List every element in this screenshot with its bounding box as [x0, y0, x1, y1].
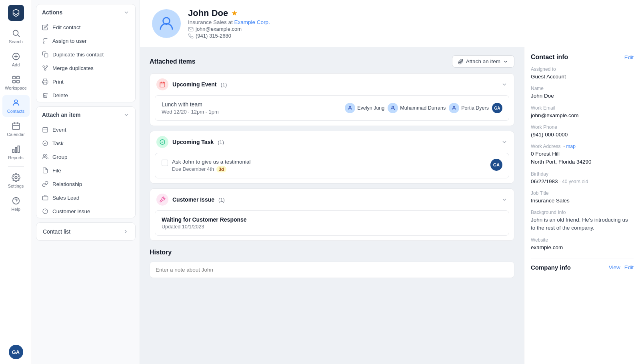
work-address-label: Work Address - map [531, 144, 634, 149]
contact-info-title: Contact info [531, 54, 568, 61]
svg-rect-8 [16, 80, 19, 83]
contact-list-item[interactable]: Contact list [36, 222, 136, 241]
attach-title: Attach an item [42, 112, 80, 118]
sidebar-delete[interactable]: Delete [36, 88, 135, 102]
edit-contact-label: Edit contact [52, 24, 81, 30]
task-group-header[interactable]: Upcoming Task (1) [150, 131, 514, 153]
event-title: Lunch with team [162, 101, 219, 108]
sidebar-merge[interactable]: Merge duplicates [36, 61, 135, 75]
nav-search-label: Search [9, 39, 23, 44]
left-nav: Search Add Workspace Contacts Calendar R… [0, 0, 32, 364]
task-due-row: Due December 4th 3d [172, 166, 251, 172]
birthday-label: Birthday [531, 171, 634, 177]
actions-chevron-icon [123, 9, 130, 16]
background-label: Background Info [531, 210, 634, 215]
svg-rect-15 [15, 147, 17, 152]
customer-issue-label: Customer Issue [52, 208, 90, 214]
user-avatar-nav[interactable]: GA [9, 345, 23, 359]
nav-contacts[interactable]: Contacts [2, 95, 30, 117]
assigned-label: Assigned to [531, 66, 634, 72]
person-icon2 [390, 105, 396, 111]
attach-section-header[interactable]: Attach an item [36, 107, 135, 123]
company-view-link[interactable]: View [609, 264, 620, 270]
sidebar-file[interactable]: File [36, 164, 135, 177]
attach-item-button[interactable]: Attach an item [452, 55, 514, 68]
nav-reports[interactable]: Reports [2, 142, 30, 163]
phone-icon [188, 33, 194, 39]
event-info: Lunch with team Wed 12/20 · 12pm - 1pm [162, 101, 219, 115]
birthday-age: · 40 years old [559, 179, 588, 184]
history-header: History [150, 249, 514, 256]
task-info: Ask John to give us a testimonial Due De… [172, 159, 251, 172]
favorite-star-icon[interactable]: ★ [231, 9, 238, 18]
person-icon [347, 105, 353, 111]
sidebar-sales-lead[interactable]: Sales Lead [36, 191, 135, 204]
map-link[interactable]: map [566, 144, 575, 149]
task-checkbox[interactable] [162, 160, 168, 166]
svg-rect-33 [42, 196, 48, 200]
app-logo [8, 5, 24, 21]
nav-workspace-label: Workspace [5, 86, 27, 90]
company-link[interactable]: Example Corp. [234, 19, 270, 25]
task-icon [42, 140, 48, 146]
edit-icon [42, 24, 48, 30]
nav-calendar[interactable]: Calendar [2, 118, 30, 140]
task-card-content: Ask John to give us a testimonial Due De… [162, 159, 502, 172]
contact-info-edit[interactable]: Edit [624, 54, 634, 60]
svg-point-9 [14, 100, 17, 103]
sidebar-task[interactable]: Task [36, 136, 135, 150]
work-email-label: Work Email [531, 105, 634, 111]
contact-phone-row: (941) 315-2680 [188, 33, 270, 39]
attendee-evelyn: Evelyn Jung [345, 103, 384, 113]
nav-workspace[interactable]: Workspace [2, 72, 30, 94]
svg-line-24 [44, 67, 45, 69]
assign-label: Assign to user [52, 38, 87, 44]
work-email-value: john@example.com [531, 112, 634, 120]
svg-rect-16 [18, 146, 19, 153]
issue-group-header[interactable]: Customer Issue (1) [150, 189, 514, 210]
actions-section-header[interactable]: Actions [36, 4, 135, 20]
sidebar-edit-contact[interactable]: Edit contact [36, 20, 135, 34]
name-field: Name John Doe [531, 86, 634, 100]
svg-point-0 [13, 30, 18, 36]
nav-search[interactable]: Search [2, 26, 30, 47]
contact-name-row: John Doe ★ [188, 8, 270, 18]
sidebar-print[interactable]: Print [36, 75, 135, 88]
company-info-header: Company info View Edit [531, 258, 634, 271]
website-field: Website example.com [531, 237, 634, 252]
body-area: Attached items Attach an item Upcoming E… [140, 47, 640, 364]
event-card: Lunch with team Wed 12/20 · 12pm - 1pm E… [155, 95, 509, 121]
event-group-label: Upcoming Event [172, 81, 216, 88]
svg-point-23 [44, 69, 46, 70]
svg-rect-7 [12, 80, 15, 83]
event-group-header[interactable]: Upcoming Event (1) [150, 74, 514, 95]
sidebar-group[interactable]: Group [36, 150, 135, 164]
history-input[interactable] [150, 262, 514, 278]
assign-icon [42, 38, 48, 44]
delete-icon [42, 92, 48, 98]
task-group-count: (1) [218, 139, 224, 145]
background-value: John is an old friend. He's introducing … [531, 216, 634, 232]
sidebar-relationship[interactable]: Relationship [36, 177, 135, 191]
issue-group-label: Customer Issue [172, 196, 214, 203]
attach-section: Attach an item Event Task Group File Rel… [36, 106, 136, 218]
attendees: Evelyn Jung Muhammad Durrans [345, 103, 502, 113]
svg-rect-26 [44, 82, 47, 84]
nav-contacts-label: Contacts [7, 109, 24, 114]
contact-info-header: Contact info Edit [531, 54, 634, 61]
check-circle-icon [159, 139, 166, 145]
nav-settings[interactable]: Settings [2, 170, 30, 192]
nav-add[interactable]: Add [2, 49, 30, 70]
contact-email: john@example.com [196, 26, 242, 32]
task-card: Ask John to give us a testimonial Due De… [155, 153, 509, 178]
task-group: Upcoming Task (1) Ask John to give us a … [150, 131, 514, 184]
task-assignee-avatar: GA [490, 159, 502, 171]
nav-help[interactable]: Help [2, 193, 30, 215]
company-edit-link[interactable]: Edit [624, 264, 634, 270]
contact-header: John Doe ★ Insurance Sales at Example Co… [140, 0, 640, 47]
sidebar-customer-issue[interactable]: Customer Issue [36, 204, 135, 218]
svg-point-32 [43, 154, 45, 156]
sidebar-assign-user[interactable]: Assign to user [36, 34, 135, 48]
sidebar-duplicate[interactable]: Duplicate this contact [36, 48, 135, 61]
sidebar-event[interactable]: Event [36, 123, 135, 136]
